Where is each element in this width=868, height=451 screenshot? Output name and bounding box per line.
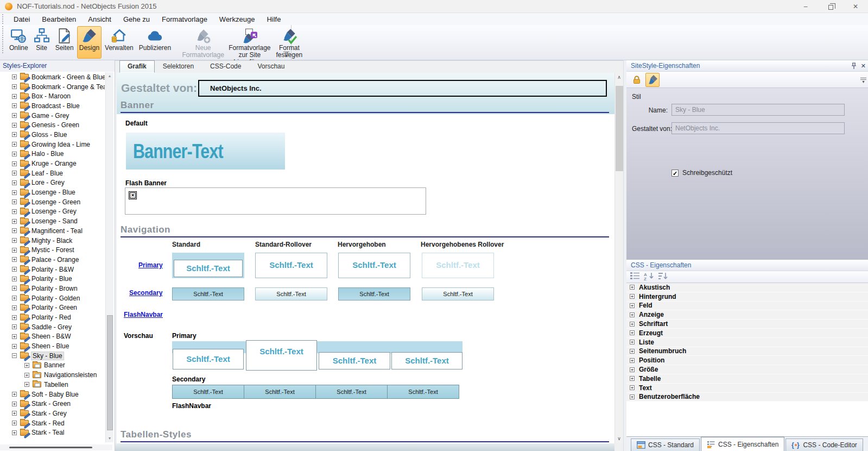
expand-icon[interactable]: + [24,373,29,378]
tree-item[interactable]: +Sheen - Blue [0,341,105,351]
expand-icon[interactable]: + [12,267,17,272]
tree-item[interactable]: +Polarity - B&W [0,265,105,274]
nav-button-secondary-highlighted-rollover[interactable]: Schltf.-Text [422,287,494,300]
css-category-row[interactable]: +Benutzeroberfläche [626,393,868,402]
tab-css-code-editor[interactable]: {} CSS - Code-Editor [785,439,863,451]
expand-icon[interactable]: + [630,303,635,308]
tree-item[interactable]: +Leaf - Blue [0,168,105,178]
tree-item[interactable]: +Stark - Red [0,418,105,428]
expand-icon[interactable]: + [630,349,635,354]
collapse-icon[interactable]: − [12,353,17,358]
expand-icon[interactable]: + [24,382,29,387]
expand-icon[interactable]: + [12,421,17,425]
preview-nav-button[interactable]: Schltf.-Text [244,385,316,398]
site-button[interactable]: Site [31,26,52,59]
tree-item[interactable]: +Banner [0,361,105,371]
expand-icon[interactable]: + [630,358,635,363]
expand-icon[interactable]: + [630,385,635,390]
menu-werkzeuge[interactable]: Werkzeuge [213,15,261,23]
tree-item[interactable]: +Bookmark - Orange & Teal [0,82,105,92]
nav-button-primary-highlighted-rollover[interactable]: Schltf.-Text [422,253,494,278]
expand-icon[interactable]: + [630,312,635,317]
expand-icon[interactable]: + [12,228,17,233]
expand-icon[interactable]: + [12,209,17,214]
scroll-down-icon[interactable]: ▼ [106,435,113,442]
scroll-up-icon[interactable]: ▲ [106,72,113,80]
sort-list-icon[interactable] [658,272,669,283]
expand-icon[interactable]: + [630,294,635,299]
css-category-row[interactable]: +Text [626,384,868,393]
expand-icon[interactable]: + [12,142,17,147]
tree-scrollbar[interactable]: ▲ ▼ [105,72,113,442]
panel-overflow-button[interactable]: ▾ [860,78,866,84]
css-category-row[interactable]: +Liste [626,338,868,347]
pages-button[interactable]: Seiten [53,26,76,59]
css-category-row[interactable]: +Anzeige [626,310,868,320]
expand-icon[interactable]: + [630,340,635,344]
scrollbar-thumb[interactable] [107,315,113,430]
menu-datei[interactable]: Datei [8,15,36,23]
nav-button-secondary-standard[interactable]: Schltf.-Text [172,287,244,300]
expand-icon[interactable]: + [12,84,17,89]
tree-item[interactable]: +Halo - Blue [0,149,105,159]
banner-preview[interactable]: Banner-Text [126,133,285,170]
flash-banner-box[interactable]: ✕ [125,187,426,215]
menu-gehe-zu[interactable]: Gehe zu [117,15,156,23]
publish-button[interactable]: Publizieren [137,26,173,59]
tree-item[interactable]: +Mystic - Forest [0,245,105,255]
css-category-row[interactable]: +Feld [626,302,868,311]
designed-by-box[interactable]: NetObjects Inc. [198,80,607,97]
tab-vorschau[interactable]: Vorschau [249,60,293,73]
css-category-row[interactable]: +Akustisch [626,283,868,292]
expand-icon[interactable]: + [12,334,17,339]
tree-item[interactable]: +Growing Idea - Lime [0,140,105,149]
tab-css-standard[interactable]: CSS - Standard [631,439,700,451]
tree-item[interactable]: +Stark - Grey [0,409,105,418]
expand-icon[interactable]: + [630,376,635,381]
tree-item[interactable]: +Losenge - Sand [0,216,105,226]
tree-item[interactable]: +Saddle - Grey [0,322,105,332]
tab-css-code[interactable]: CSS-Code [202,60,249,73]
expand-icon[interactable]: + [12,171,17,176]
preview-nav-button[interactable]: Schltf.-Text [388,385,459,398]
expand-icon[interactable]: + [12,315,17,320]
tree-item[interactable]: +Bookmark - Green & Blue [0,72,105,82]
expand-icon[interactable]: + [12,199,17,204]
tree-item[interactable]: +Kruge - Orange [0,159,105,168]
tree-item[interactable]: +Losenge - Grey [0,207,105,217]
pin-icon[interactable] [851,62,857,70]
name-field[interactable]: Sky - Blue [671,104,845,116]
nav-button-primary-standard[interactable]: Schltf.-Text [172,253,244,278]
expand-icon[interactable]: + [630,367,635,372]
toolbar-overflow-button[interactable]: ▾ [283,52,289,58]
style-brush-button[interactable] [645,73,660,87]
menu-formatvorlage[interactable]: Formatvorlage [156,15,213,23]
tab-css-eigenschaften[interactable]: CSS - Eigenschaften [701,437,784,451]
expand-icon[interactable]: + [12,180,17,185]
designer-field[interactable]: NetObjects Inc. [671,122,845,134]
expand-icon[interactable]: + [12,103,17,108]
expand-icon[interactable]: + [630,394,635,399]
manage-button[interactable]: Verwalten [103,26,136,59]
tab-selektoren[interactable]: Selektoren [155,60,202,73]
tree-item[interactable]: +Palace - Orange [0,255,105,265]
tree-item[interactable]: +Losenge - Blue [0,187,105,197]
close-button[interactable]: ✕ [843,0,868,13]
tree-item[interactable]: +Polarity - Golden [0,293,105,303]
expand-icon[interactable]: + [24,363,29,368]
expand-icon[interactable]: + [12,74,17,79]
tree-item[interactable]: +Tabellen [0,380,105,390]
menu-ansicht[interactable]: Ansicht [82,15,117,23]
tree-item[interactable]: +Gloss - Blue [0,130,105,140]
css-category-row[interactable]: +Hintergrund [626,292,868,302]
tree-item[interactable]: +Genesis - Green [0,120,105,130]
tree-item[interactable]: +Broadcast - Blue [0,101,105,111]
tree-item[interactable]: +Stark - Green [0,399,105,409]
preview-nav-button[interactable]: Schltf.-Text [319,352,390,369]
preview-nav-button[interactable]: Schltf.-Text [391,352,462,369]
tree-item[interactable]: +Soft - Baby Blue [0,390,105,399]
preview-nav-button[interactable]: Schltf.-Text [173,349,244,369]
preview-nav-button[interactable]: Schltf.-Text [173,385,244,398]
nav-button-primary-highlighted[interactable]: Schltf.-Text [338,253,410,278]
expand-icon[interactable]: + [12,286,17,291]
